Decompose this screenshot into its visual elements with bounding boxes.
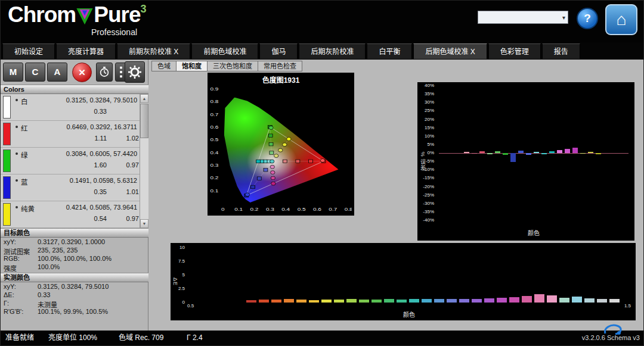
x-min-label: 0.5 [187,303,194,308]
y-tick-label: 0.4 [210,150,218,155]
bar [596,153,601,154]
bar [534,152,539,153]
bar [459,299,469,303]
color-row-red[interactable]: 红 0.6469, 0.3292, 16.3711 1.11 1.02 [1,121,140,148]
status-luminance-unit: 亮度单位 100% [48,331,97,345]
color-row-white[interactable]: 白 0.3125, 0.3284, 79.5010 0.33 [1,94,140,121]
cie-diagram: 00.10.20.30.40.50.60.70.80.10.20.30.40.5… [209,85,352,213]
bar [359,300,369,303]
app-logo: Chrom Pure 3 [8,2,147,28]
tab-report[interactable]: 报告 [542,43,580,60]
y-tick-label: -20% [417,184,436,189]
meter-c-button[interactable]: C [25,63,45,82]
y-tick-label: 2.5 [171,286,187,291]
data-point-circle [283,143,287,146]
tab-post-grayscale[interactable]: 后期灰阶校准 [299,43,366,60]
scroll-down-arrow[interactable]: ▼ [140,219,148,228]
subtab-saturation[interactable]: 饱和度 [176,61,208,71]
timer-icon [99,66,110,78]
sub-tab-bar: 色域 饱和度 三次色饱和度 常用色检查 [151,61,302,71]
y-tick-label: 10% [417,133,436,139]
scroll-thumb[interactable] [140,104,148,138]
tab-color-management[interactable]: 色彩管理 [488,43,541,60]
tab-luminance-calculator[interactable]: 亮度计算器 [56,43,116,60]
plot-area [190,248,628,303]
y-tick-label: 5% [417,142,436,147]
y-tick-label: 40% [417,83,436,88]
bar [534,294,544,303]
data-point-square [270,151,274,155]
chevron-down-icon: ▾ [562,14,565,21]
logo-text-chrom: Chrom [8,2,76,28]
plot-area [439,86,628,220]
bar [609,299,620,303]
y-tick-label: -5% [417,158,436,164]
tab-pre-grayscale[interactable]: 前期灰阶校准 X [117,43,190,60]
subtab-gamut[interactable]: 色域 [151,61,177,71]
kebab-menu-icon [119,66,123,79]
bar [518,151,524,153]
tab-pre-gamut[interactable]: 前期色域校准 [191,43,258,60]
color-value-a: 0.54 [79,215,107,222]
data-point-circle [270,160,274,163]
preset-dropdown[interactable]: ▾ [478,11,568,24]
help-button[interactable]: ? [577,8,598,29]
y-tick-label: 10 [171,245,187,250]
x-axis-label: 颜色 [439,228,628,237]
info-label: Γ: [4,300,9,307]
x-tick-label: 0.7 [329,207,337,212]
bar [559,298,569,303]
tab-white-balance[interactable]: 白平衡 [367,43,412,60]
x-tick-label: 0.1 [234,207,243,212]
color-row-green[interactable]: 绿 0.3084, 0.6005, 57.4420 1.60 0.97 [1,148,140,174]
bar [464,152,469,153]
subtab-common-colors[interactable]: 常用色检查 [258,61,302,71]
x-axis-label: 颜色 [190,310,628,319]
tab-post-gamut[interactable]: 后期色域校准 X [413,43,487,60]
bullet-icon [16,99,18,101]
info-value: 235, 235, 235 [38,247,78,254]
y-tick-label: 0.5 [210,137,218,142]
y-tick-label: -10% [417,167,436,172]
timer-button[interactable] [96,63,113,82]
color-list: 白 0.3125, 0.3284, 79.5010 0.33 红 0.6469,… [1,94,148,228]
bar [547,295,557,303]
home-button[interactable]: ⌂ [605,4,637,35]
bar [397,300,407,303]
y-tick-label: 15% [417,125,436,130]
bar [484,298,494,303]
meter-m-button[interactable]: M [3,63,23,82]
bar [503,153,508,155]
target-color-header: 目标颜色 [1,228,148,238]
info-label: xyY: [4,283,16,290]
scroll-up-arrow[interactable]: ▲ [140,94,148,103]
info-value: 100.0% [38,263,60,270]
scrollbar[interactable]: ▲ ▼ [140,94,148,228]
main-tab-bar: 初始设定 亮度计算器 前期灰阶校准 X 前期色域校准 伽马 后期灰阶校准 白平衡… [1,42,644,60]
x-tick-label: 0 [221,207,225,212]
settings-button[interactable] [125,61,145,83]
stop-button[interactable]: ✕ [72,63,92,82]
subtab-tertiary-saturation[interactable]: 三次色饱和度 [207,61,258,71]
tab-gamma[interactable]: 伽马 [259,43,298,60]
bar [572,148,578,153]
tab-initial-settings[interactable]: 初始设定 [2,43,55,60]
sidebar-toolbar: M C A ✕ [1,60,148,85]
x-tick-label: 0.5 [298,207,306,212]
x-tick-label: 0.2 [250,207,259,212]
color-row-yellow[interactable]: 纯黄 0.4214, 0.5085, 73.9641 0.54 0.97 [1,201,140,228]
meter-a-button[interactable]: A [47,63,67,82]
bar [526,153,531,155]
y-tick-label: 0.6 [210,124,218,130]
color-row-blue[interactable]: 蓝 0.1491, 0.0598, 5.6312 0.35 1.01 [1,174,140,201]
data-point-circle [271,182,275,185]
bar [497,298,507,303]
measured-color-header: 实测颜色 [1,273,148,282]
bar [309,300,319,303]
color-value-a: 0.33 [79,108,107,115]
bar [557,150,562,153]
bar [509,297,519,303]
bar [259,300,269,303]
color-name: 纯黄 [21,204,35,213]
y-tick-label: 25% [417,108,436,113]
